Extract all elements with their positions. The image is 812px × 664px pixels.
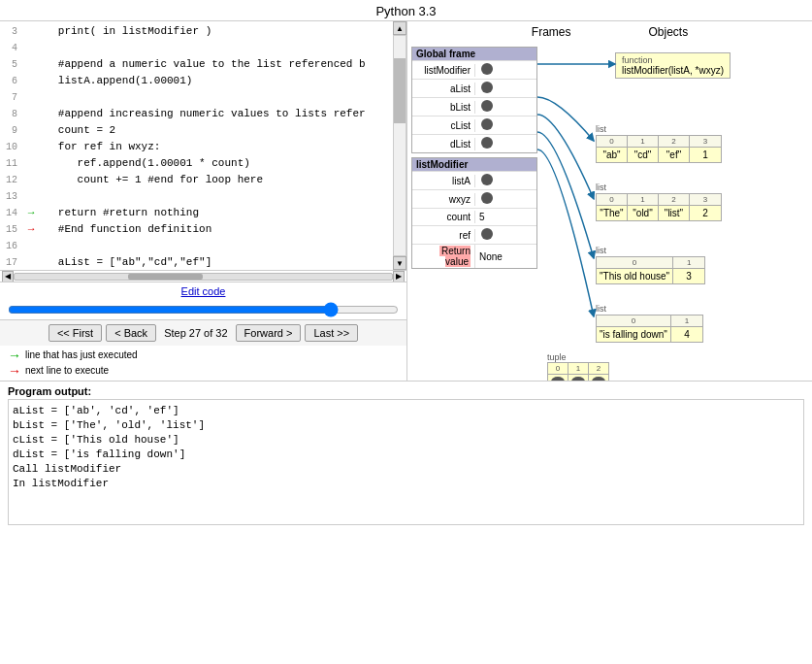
output-line-5: Call listModifier — [13, 462, 799, 477]
list-b-cells: 0 "The" 1 "old" 2 "list" — [596, 193, 722, 221]
list-b-cell-0: 0 "The" — [597, 194, 628, 220]
lm-var-return: Returnvalue — [412, 245, 475, 268]
lm-var-wxyz: wxyz — [412, 193, 475, 206]
output-line-2: bList = ['The', 'old', 'list'] — [13, 418, 799, 433]
list-d-type: list — [596, 304, 703, 314]
function-box: function listModifier(listA, *wxyz) — [615, 52, 731, 79]
var-bList-label: bList — [412, 101, 475, 114]
list-b-cell-3: 3 2 — [690, 194, 721, 220]
edit-code-bar: Edit code — [0, 282, 406, 300]
line-number: 14 — [2, 205, 23, 221]
code-line-15: 15→ #End function definition — [0, 221, 406, 238]
vertical-scrollbar[interactable]: ▲ ▼ — [393, 21, 406, 270]
tuple-cell-0: 0 — [548, 363, 568, 381]
line-number: 16 — [2, 238, 23, 254]
lm-val-ref — [475, 226, 536, 244]
code-line-4: 4 — [0, 40, 406, 56]
line-arrow-14: → — [23, 205, 39, 221]
listmodifier-frame-title: listModifier — [412, 158, 536, 171]
pointer-bList — [481, 100, 493, 112]
lm-val-return: None — [475, 251, 536, 262]
back-button[interactable]: < Back — [106, 324, 156, 342]
line-number: 10 — [2, 139, 23, 155]
code-line-17: 17 aList = ["ab","cd","ef"] — [0, 254, 406, 270]
code-line-6: 6 listA.append(1.00001) — [0, 73, 406, 89]
code-line-11: 11 ref.append(1.00001 * count) — [0, 155, 406, 172]
header-title: Python 3.3 — [375, 4, 436, 18]
app-container: Python 3.3 3 print( in listModifier )45 … — [0, 0, 812, 664]
frames-header: Frames — [532, 25, 571, 39]
step-slider[interactable] — [8, 302, 399, 317]
lm-row-listA: listA — [412, 171, 536, 189]
edit-code-link[interactable]: Edit code — [181, 285, 226, 297]
hscroll-thumb[interactable] — [128, 274, 204, 280]
hscroll-right-btn[interactable]: ▶ — [393, 271, 405, 282]
code-scroll-area[interactable]: 3 print( in listModifier )45 #append a n… — [0, 21, 406, 270]
list-c-cell-1: 1 3 — [673, 257, 704, 283]
lm-val-listA — [475, 172, 536, 189]
line-code-10: for ref in wxyz: — [39, 139, 406, 155]
line-code-3: print( in listModifier ) — [39, 23, 406, 40]
green-arrow-icon: → — [8, 348, 21, 363]
legend-red: → next line to execute — [8, 363, 399, 379]
var-cList-val — [475, 116, 536, 134]
hscroll-left-btn[interactable]: ◀ — [2, 271, 14, 282]
frame-row-cList: cList — [412, 116, 536, 134]
list-b-cell-2: 2 "list" — [659, 194, 690, 220]
frame-row-bList: bList — [412, 97, 536, 116]
line-number: 6 — [2, 73, 23, 89]
viz-panel: Frames Objects Global frame listModifier… — [407, 21, 812, 381]
tuple-ptr-1 — [571, 377, 585, 381]
lm-var-listA: listA — [412, 175, 475, 187]
pointer-listA — [481, 174, 493, 185]
objects-header: Objects — [648, 25, 688, 39]
output-line-1: aList = ['ab', 'cd', 'ef'] — [13, 404, 799, 418]
code-line-8: 8 #append increasing numeric values to l… — [0, 106, 406, 122]
scroll-down-btn[interactable]: ▼ — [393, 256, 406, 270]
hscroll-track[interactable] — [14, 273, 393, 281]
list-c-cells: 0 "This old house" 1 3 — [596, 256, 705, 284]
lm-var-ref: ref — [412, 229, 475, 242]
pointer-dList — [481, 137, 493, 149]
line-number: 3 — [2, 23, 23, 40]
forward-button[interactable]: Forward > — [236, 324, 302, 342]
line-number: 5 — [2, 56, 23, 73]
tuple-type-label: tuple — [547, 352, 609, 362]
var-dList-label: dList — [412, 138, 475, 150]
frames-column: Global frame listModifier aList bList — [411, 47, 537, 377]
global-frame-title: Global frame — [412, 48, 536, 60]
output-section: Program output: aList = ['ab', 'cd', 'ef… — [0, 381, 812, 664]
first-button[interactable]: << First — [49, 324, 102, 342]
output-label: Program output: — [8, 385, 804, 397]
scroll-track[interactable] — [393, 35, 406, 256]
lm-var-count: count — [412, 211, 475, 223]
function-text: listModifier(listA, *wxyz) — [622, 65, 724, 76]
pointer-aList — [481, 82, 493, 93]
output-line-4: dList = ['is falling down'] — [13, 448, 799, 462]
list-a-cells: 0 "ab" 1 "cd" 2 "ef" — [596, 135, 722, 163]
line-number: 8 — [2, 106, 23, 122]
code-line-16: 16 — [0, 238, 406, 254]
last-button[interactable]: Last >> — [305, 324, 358, 342]
scroll-thumb[interactable] — [394, 58, 406, 124]
return-value-label: Returnvalue — [439, 246, 471, 267]
viz-content: Global frame listModifier aList bList — [411, 47, 808, 377]
list-a-cell-2: 2 "ef" — [659, 136, 690, 162]
legend-green-label: line that has just executed — [25, 348, 138, 363]
var-listModifier-val — [475, 61, 536, 79]
list-a-cell-0: 0 "ab" — [597, 136, 628, 162]
line-code-11: ref.append(1.00001 * count) — [39, 155, 406, 172]
line-number: 15 — [2, 221, 23, 238]
frame-row-dList: dList — [412, 134, 536, 152]
horizontal-scrollbar[interactable]: ◀ ▶ — [0, 270, 406, 282]
list-c-type: list — [596, 246, 705, 255]
line-number: 11 — [2, 155, 23, 172]
pointer-wxyz — [481, 192, 493, 204]
line-code-8: #append increasing numeric values to lis… — [39, 106, 406, 122]
listmodifier-frame: listModifier listA wxyz count 5 — [411, 157, 537, 269]
legend-red-label: next line to execute — [25, 363, 109, 379]
list-d-cells: 0 "is falling down" 1 4 — [596, 315, 703, 343]
red-arrow-icon: → — [8, 363, 21, 379]
scroll-up-btn[interactable]: ▲ — [393, 21, 406, 35]
code-panel: 3 print( in listModifier )45 #append a n… — [0, 21, 407, 381]
